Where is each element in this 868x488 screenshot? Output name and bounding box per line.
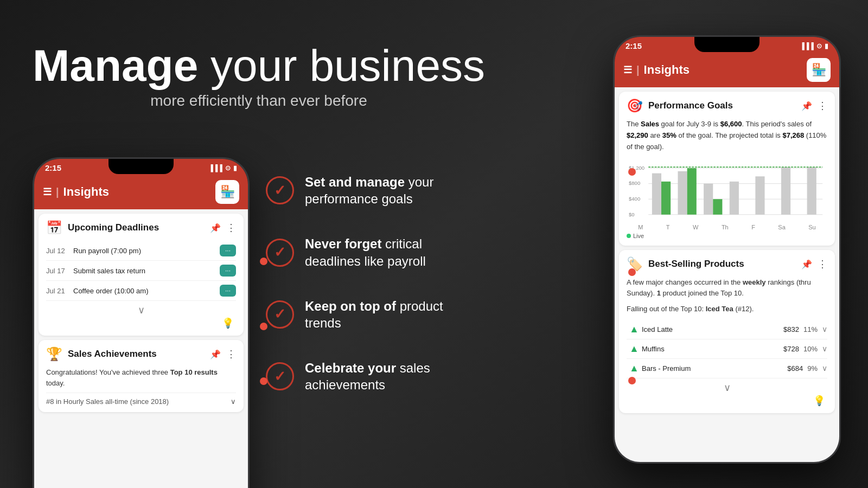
wifi-icon: ⊙ bbox=[225, 164, 231, 172]
target-icon: 🎯 bbox=[627, 98, 643, 113]
svg-rect-14 bbox=[730, 182, 739, 215]
product-pct-3: 9% bbox=[807, 364, 818, 373]
svg-rect-8 bbox=[652, 174, 661, 215]
pin-icon-perf[interactable]: 📌 bbox=[801, 101, 812, 111]
pin-icon-achievements[interactable]: 📌 bbox=[210, 349, 221, 359]
perf-card-header: 🎯 Performance Goals 📌 ⋮ bbox=[627, 98, 827, 113]
svg-text:$800: $800 bbox=[629, 181, 640, 187]
store-icon-left: 🏪 bbox=[215, 180, 239, 204]
product-chevron-3[interactable]: ∨ bbox=[822, 364, 827, 373]
signal-icon-right: ▐▐▐ bbox=[800, 42, 814, 50]
battery-icon-right: ▮ bbox=[825, 42, 828, 50]
battery-icon: ▮ bbox=[233, 164, 237, 172]
svg-text:$0: $0 bbox=[629, 211, 635, 217]
product-sales-3: $684 bbox=[787, 364, 803, 373]
product-sales-2: $728 bbox=[783, 345, 799, 353]
red-dot-perf-left bbox=[260, 323, 267, 330]
hero-section: Manage your business more efficiently th… bbox=[33, 43, 485, 110]
more-icon-achievements[interactable]: ⋮ bbox=[226, 348, 236, 360]
product-chevron-2[interactable]: ∨ bbox=[822, 344, 827, 353]
hero-title-rest: your business bbox=[198, 41, 485, 90]
trophy-icon: 🏆 bbox=[46, 346, 62, 362]
best-selling-card: 🏷️ Best-Selling Products 📌 ⋮ A few major… bbox=[619, 250, 835, 413]
feature-deadlines: Never forget critical deadlines like pay… bbox=[266, 235, 478, 269]
svg-rect-17 bbox=[807, 168, 816, 215]
svg-rect-15 bbox=[755, 177, 764, 215]
left-app-header: ☰ | Insights 🏪 bbox=[34, 175, 248, 209]
best-expand[interactable]: ∨ bbox=[627, 378, 827, 395]
product-chevron-1[interactable]: ∨ bbox=[822, 325, 827, 333]
svg-rect-16 bbox=[781, 168, 790, 215]
svg-rect-10 bbox=[678, 171, 687, 215]
achievement-chevron[interactable]: ∨ bbox=[231, 397, 236, 406]
check-icon-4 bbox=[266, 362, 294, 390]
deadlines-expand[interactable]: ∨ bbox=[46, 301, 236, 317]
best-falling: Falling out of the Top 10: Iced Tea (#12… bbox=[627, 304, 827, 314]
red-dot-best-right bbox=[628, 268, 636, 276]
hamburger-icon-right[interactable]: ☰ bbox=[623, 64, 632, 76]
red-dot-deadlines-left bbox=[260, 258, 267, 265]
signal-icon: ▐▐▐ bbox=[208, 164, 222, 172]
deadline-row-2: Jul 17 Submit sales tax return ··· bbox=[46, 261, 236, 281]
calendar-icon: 📅 bbox=[46, 220, 62, 235]
more-icon-deadlines[interactable]: ⋮ bbox=[226, 222, 236, 234]
left-phone: 2:15 ▐▐▐ ⊙ ▮ ☰ | Insights 🏪 📅 Upcoming D… bbox=[33, 157, 250, 488]
trend-up-icon-1: ▲ bbox=[627, 324, 642, 335]
red-dot-achieve-left bbox=[260, 377, 267, 385]
svg-rect-11 bbox=[687, 168, 697, 215]
achievement-ranking-row: #8 in Hourly Sales all-time (since 2018)… bbox=[46, 393, 236, 406]
chart-label-w: W bbox=[693, 224, 698, 230]
best-card-actions: 📌 ⋮ bbox=[801, 258, 827, 270]
deadline-btn-3[interactable]: ··· bbox=[220, 285, 236, 297]
pin-icon-deadlines[interactable]: 📌 bbox=[210, 223, 221, 233]
deadline-btn-1[interactable]: ··· bbox=[220, 245, 236, 256]
deadline-row-3: Jul 21 Coffee order (10:00 am) ··· bbox=[46, 281, 236, 301]
product-row-3: ▲ Bars - Premium $684 9% ∨ bbox=[627, 359, 827, 378]
achievements-card-header: 🏆 Sales Achievements 📌 ⋮ bbox=[46, 346, 236, 362]
feature-text-3: Keep on top of product trends bbox=[305, 298, 478, 331]
left-status-time: 2:15 bbox=[45, 163, 61, 172]
product-pct-2: 10% bbox=[803, 345, 818, 353]
trend-up-icon-2: ▲ bbox=[627, 343, 642, 355]
svg-rect-13 bbox=[713, 200, 722, 215]
deadline-row-1: Jul 12 Run payroll (7:00 pm) ··· bbox=[46, 241, 236, 261]
achievements-title-area: 🏆 Sales Achievements bbox=[46, 346, 157, 362]
perf-desc-sales: Sales bbox=[641, 120, 659, 128]
live-dot bbox=[627, 234, 631, 238]
deadlines-card-header: 📅 Upcoming Deadlines 📌 ⋮ bbox=[46, 220, 236, 235]
perf-title-area: 🎯 Performance Goals bbox=[627, 98, 733, 113]
pin-icon-best[interactable]: 📌 bbox=[801, 259, 812, 269]
hamburger-icon-left[interactable]: ☰ bbox=[43, 186, 52, 198]
deadline-date-1: Jul 12 bbox=[46, 247, 73, 255]
best-description: A few major changes occurred in the week… bbox=[627, 277, 827, 298]
product-name-2: Muffins bbox=[642, 345, 783, 353]
feature-perf-goals: Set and manage your performance goals bbox=[266, 174, 478, 207]
product-row-1: ▲ Iced Latte $832 11% ∨ bbox=[627, 320, 827, 339]
achievement-desc-post: today. bbox=[46, 379, 65, 387]
svg-rect-9 bbox=[661, 182, 671, 215]
best-desc-num: 1 bbox=[657, 289, 661, 297]
product-name-1: Iced Latte bbox=[642, 325, 783, 333]
perf-goal-amount: $6,600 bbox=[720, 120, 742, 128]
feature-bold-4: Celebrate your bbox=[305, 361, 396, 375]
perf-chart: $1,200 $800 $400 $0 bbox=[627, 158, 827, 223]
notch-right bbox=[694, 37, 760, 52]
deadline-btn-2[interactable]: ··· bbox=[220, 265, 236, 277]
right-status-time: 2:15 bbox=[626, 41, 642, 50]
hero-title: Manage your business bbox=[33, 43, 485, 88]
achievement-desc-bold: Top 10 results bbox=[170, 368, 218, 376]
right-app-header: ☰ | Insights 🏪 bbox=[615, 53, 839, 87]
chart-label-su: Su bbox=[808, 224, 815, 230]
right-phone-content: 🎯 Performance Goals 📌 ⋮ The Sales goal f… bbox=[615, 87, 839, 464]
left-status-bar: 2:15 ▐▐▐ ⊙ ▮ bbox=[34, 159, 248, 175]
wifi-icon-right: ⊙ bbox=[816, 42, 822, 50]
deadline-text-3: Coffee order (10:00 am) bbox=[73, 287, 220, 295]
more-icon-best[interactable]: ⋮ bbox=[818, 258, 827, 270]
product-pct-1: 11% bbox=[803, 325, 818, 333]
feature-bold-1: Set and manage bbox=[305, 175, 405, 189]
more-icon-perf[interactable]: ⋮ bbox=[818, 100, 827, 112]
chart-label-f: F bbox=[751, 224, 755, 230]
product-row-2: ▲ Muffins $728 10% ∨ bbox=[627, 339, 827, 359]
performance-goals-card: 🎯 Performance Goals 📌 ⋮ The Sales goal f… bbox=[619, 92, 835, 246]
feature-text-2: Never forget critical deadlines like pay… bbox=[305, 235, 478, 269]
